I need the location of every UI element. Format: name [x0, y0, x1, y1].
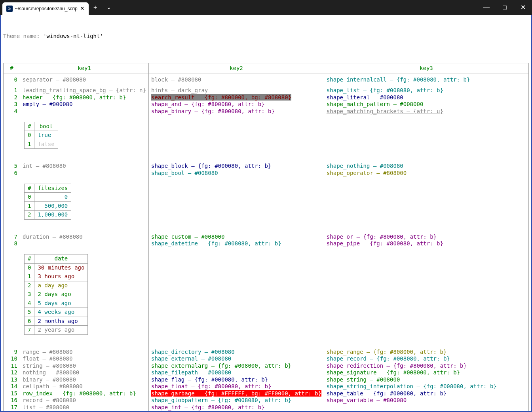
terminal-pane[interactable]: Theme name: 'windows-nt-light' # key1 ke… — [0, 15, 532, 412]
cell: shape_string – #008000 — [327, 376, 400, 383]
cell: shape_table – {fg: #000080, attr: b} — [327, 390, 446, 397]
mini-val: 2 days ago — [34, 290, 88, 299]
cell: record – #808080 — [23, 397, 76, 403]
cell: shape_datetime – {fg: #008080, attr: b} — [151, 240, 281, 247]
mini-hdr-val: date — [34, 254, 88, 264]
mini-idx: 2 — [25, 211, 34, 220]
cell: shape_list – {fg: #008080, attr: b} — [327, 87, 443, 93]
table-row: 6 #filesizes 00 1500,000 21,000,000 shap… — [4, 170, 529, 234]
row-index: 12 — [4, 369, 20, 376]
cell: shape_globpattern – {fg: #008080, attr: … — [151, 397, 291, 403]
mini-val: 2 months ago — [34, 317, 88, 326]
table-row: 0 separator – #808080 block – #808080 sh… — [4, 74, 529, 83]
mini-val: false — [34, 140, 58, 149]
cell: separator – #808080 — [23, 76, 86, 83]
cell: shape_match_pattern – #008000 — [327, 101, 423, 107]
mini-val: 2 years ago — [34, 326, 88, 335]
cell: list – #808080 — [23, 404, 69, 410]
row-index: 8 — [4, 240, 20, 349]
row-index: 13 — [4, 376, 20, 384]
cell: shape_external – #008080 — [151, 355, 231, 362]
cell: nothing – #808080 — [23, 369, 79, 376]
table-row: 1 leading_trailing_space_bg – {attr: n} … — [4, 87, 529, 94]
theme-value: 'windows-nt-light' — [43, 33, 103, 39]
mini-idx: 7 — [25, 326, 34, 335]
theme-table: # key1 key2 key3 0 separator – #808080 b… — [3, 63, 529, 412]
cell: shape_operator – #808000 — [327, 170, 407, 176]
mini-val: 0 — [34, 193, 71, 202]
row-index: 4 — [4, 108, 20, 163]
cell: shape_pipe – {fg: #800080, attr: b} — [327, 240, 443, 247]
mini-idx: 6 — [25, 317, 34, 326]
titlebar: ≥ ~\source\repos\forks\nu_scrip ✕ + ⌄ — … — [0, 0, 532, 15]
cell: range – #808080 — [23, 349, 72, 355]
cell: string – #808080 — [23, 363, 76, 369]
cell: shape_and – {fg: #800080, attr: b} — [151, 101, 265, 107]
cell: shape_custom – #008000 — [151, 234, 224, 240]
tab-close-icon[interactable]: ✕ — [80, 5, 85, 12]
cell: shape_redirection – {fg: #800080, attr: … — [327, 363, 467, 369]
cell: duration – #808080 — [23, 234, 83, 240]
mini-idx: 4 — [25, 299, 34, 308]
table-row: 13 binary – #808080 shape_flag – {fg: #0… — [4, 376, 529, 384]
row-index: 7 — [4, 234, 20, 241]
cell: block – #808080 — [151, 76, 201, 83]
hdr-key3: key3 — [324, 63, 528, 74]
cell: shape_literal – #000080 — [327, 94, 403, 101]
mini-val: 1,000,000 — [34, 211, 71, 220]
new-tab-button[interactable]: + — [89, 0, 102, 15]
mini-val: 4 weeks ago — [34, 308, 88, 317]
row-index: 6 — [4, 170, 20, 234]
cell: shape_or – {fg: #800080, attr: b} — [327, 234, 437, 240]
mini-val: true — [34, 131, 58, 140]
mini-hdr-idx: # — [25, 254, 34, 264]
active-tab[interactable]: ≥ ~\source\repos\forks\nu_scrip ✕ — [2, 2, 89, 15]
mini-val: 30 minutes ago — [34, 263, 88, 272]
table-row: 7 duration – #808080 shape_custom – #008… — [4, 234, 529, 241]
theme-line: Theme name: 'windows-nt-light' — [3, 31, 529, 42]
row-index: 0 — [4, 74, 20, 83]
cell: shape_internalcall – {fg: #008080, attr:… — [327, 76, 470, 83]
table-row: 14 cellpath – #808080 shape_float – {fg:… — [4, 383, 529, 390]
mini-hdr-val: bool — [34, 122, 58, 131]
filesize-table: #filesizes 00 1500,000 21,000,000 — [24, 184, 71, 220]
cell: shape_string_interpolation – {fg: #00808… — [327, 383, 497, 389]
row-index: 17 — [4, 404, 20, 411]
cell: shape_externalarg – {fg: #008000, attr: … — [151, 363, 291, 369]
minimize-button[interactable]: — — [477, 0, 496, 15]
close-window-button[interactable]: ✕ — [514, 0, 532, 15]
table-row: 5 int – #808080 shape_block – {fg: #0000… — [4, 163, 529, 170]
cell: leading_trailing_space_bg – {attr: n} — [23, 87, 146, 93]
mini-idx: 0 — [25, 131, 34, 140]
mini-idx: 1 — [25, 201, 34, 211]
cell: shape_block – {fg: #000080, attr: b} — [151, 163, 271, 169]
theme-label: Theme name: — [3, 33, 43, 39]
table-row: 8 #date 030 minutes ago 13 hours ago 2a … — [4, 240, 529, 349]
table-row: 15 row_index – {fg: #008000, attr: b} sh… — [4, 390, 529, 397]
table-row: 4 #bool 0true 1false shape_binary – {fg:… — [4, 108, 529, 163]
maximize-button[interactable]: □ — [496, 0, 514, 15]
tab-title: ~\source\repos\forks\nu_scrip — [15, 6, 78, 12]
mini-idx: 0 — [25, 193, 34, 202]
cell: shape_signature – {fg: #008000, attr: b} — [327, 369, 460, 376]
mini-hdr-val: filesizes — [34, 184, 71, 193]
mini-idx: 0 — [25, 263, 34, 272]
cell: shape_flag – {fg: #000080, attr: b} — [151, 376, 268, 383]
table-row: 11 string – #808080 shape_externalarg – … — [4, 363, 529, 370]
tab-dropdown-button[interactable]: ⌄ — [102, 0, 116, 15]
cell: shape_garbage – {fg: #FFFFFF, bg: #FF000… — [151, 390, 321, 397]
table-row: 12 nothing – #808080 shape_filepath – #0… — [4, 369, 529, 376]
date-table: #date 030 minutes ago 13 hours ago 2a da… — [24, 254, 88, 335]
cell: cellpath – #808080 — [23, 383, 83, 389]
table-row: 9 range – #808080 shape_directory – #008… — [4, 349, 529, 356]
mini-idx: 3 — [25, 290, 34, 299]
mini-idx: 1 — [25, 272, 34, 281]
mini-idx: 5 — [25, 308, 34, 317]
mini-val: a day ago — [34, 281, 88, 290]
window-buttons: — □ ✕ — [477, 0, 532, 15]
cell: shape_int – {fg: #800080, attr: b} — [151, 404, 265, 410]
table-row: 3 empty – #000080 shape_and – {fg: #8000… — [4, 101, 529, 108]
cell: shape_float – {fg: #800080, attr: b} — [151, 383, 271, 389]
cell: shape_binary – {fg: #800080, attr: b} — [151, 108, 275, 114]
table-header-row: # key1 key2 key3 — [4, 63, 529, 74]
